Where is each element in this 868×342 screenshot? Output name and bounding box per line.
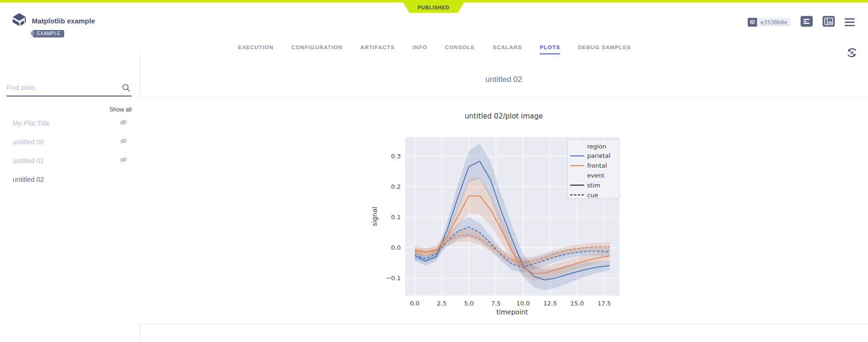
y-axis-label: signal xyxy=(371,207,378,226)
plot-card: untitled 02/plot image 0.02.55.07.510.01… xyxy=(140,97,868,324)
y-tick-label: 0.2 xyxy=(391,183,401,190)
x-tick-label: 12.5 xyxy=(543,300,557,307)
id-value: e3530b8e xyxy=(757,18,791,27)
id-badge: ID xyxy=(748,18,757,27)
experiment-title: Matplotlib example xyxy=(32,17,95,25)
legend-label-parietal: parietal xyxy=(587,152,611,159)
legend-label-frontal: frontal xyxy=(587,162,607,169)
x-axis-label: timepoint xyxy=(496,308,528,315)
tag-badge: EXAMPLE xyxy=(33,30,64,37)
y-tick-label: 0.3 xyxy=(391,153,401,160)
menu-icon[interactable] xyxy=(845,16,855,28)
plot-item-label: untitled 02 xyxy=(13,176,128,183)
legend-label-cue: cue xyxy=(587,192,598,199)
y-tick-label: 0.1 xyxy=(391,214,401,221)
plot-list-item[interactable]: untitled 02 xyxy=(0,170,139,189)
tab-execution[interactable]: EXECUTION xyxy=(238,45,273,54)
x-tick-label: 17.5 xyxy=(597,300,611,307)
x-tick-label: 0.0 xyxy=(410,300,419,307)
tab-scalars[interactable]: SCALARS xyxy=(493,45,522,54)
plot-item-label: My Plot Title xyxy=(13,119,119,127)
gear-icon xyxy=(29,30,36,39)
tab-configuration[interactable]: CONFIGURATION xyxy=(291,45,342,54)
status-ribbon: PUBLISHED xyxy=(403,2,464,13)
search-icon xyxy=(122,83,131,94)
clearml-plots-screen: PUBLISHED Matplotlib example EXAMPLE ID … xyxy=(0,0,868,342)
plots-sidebar: Show all My Plot Titleuntitled 00untitle… xyxy=(0,54,140,342)
experiment-id[interactable]: ID e3530b8e xyxy=(748,18,791,27)
tab-plots[interactable]: PLOTS xyxy=(540,45,560,54)
tab-bar: EXECUTIONCONFIGURATIONARTIFACTSINFOCONSO… xyxy=(140,45,729,54)
x-tick-label: 15.0 xyxy=(570,300,584,307)
eye-off-icon[interactable] xyxy=(119,137,128,147)
status-color-bar xyxy=(0,0,868,2)
experiment-type-icon xyxy=(11,13,27,30)
tab-console[interactable]: CONSOLE xyxy=(445,45,475,54)
legend-label-region: region xyxy=(587,143,606,150)
details-list-icon[interactable] xyxy=(801,16,813,29)
legend-label-event: event xyxy=(587,172,604,179)
plot-list-item[interactable]: untitled 00 xyxy=(0,133,139,151)
tab-info[interactable]: INFO xyxy=(412,45,427,54)
x-tick-label: 5.0 xyxy=(464,300,474,307)
y-tick-label: −0.1 xyxy=(386,275,401,282)
y-tick-label: 0.0 xyxy=(391,244,401,251)
plot-list: My Plot Titleuntitled 00untitled 01untit… xyxy=(0,114,139,189)
tab-debug-samples[interactable]: DEBUG SAMPLES xyxy=(578,45,631,54)
tab-artifacts[interactable]: ARTIFACTS xyxy=(360,45,395,54)
plot-list-item[interactable]: untitled 01 xyxy=(0,151,139,170)
search-input[interactable] xyxy=(7,82,132,97)
eye-off-icon[interactable] xyxy=(119,118,128,128)
plot-item-label: untitled 00 xyxy=(13,138,119,146)
plot-item-label: untitled 01 xyxy=(13,157,119,164)
status-ribbon-label: PUBLISHED xyxy=(418,5,449,10)
x-tick-label: 7.5 xyxy=(491,300,501,307)
side-panel-chart-icon[interactable] xyxy=(823,16,835,29)
plot-image: 0.02.55.07.510.012.515.017.5−0.10.00.10.… xyxy=(366,106,642,315)
x-tick-label: 10.0 xyxy=(516,300,530,307)
plot-list-item[interactable]: My Plot Title xyxy=(0,114,139,133)
eye-off-icon[interactable] xyxy=(119,156,128,166)
auto-refresh-icon[interactable] xyxy=(846,47,858,60)
show-all-link[interactable]: Show all xyxy=(110,106,132,113)
x-tick-label: 2.5 xyxy=(437,300,447,307)
plot-group-title: untitled 02 xyxy=(140,75,868,84)
plot-search xyxy=(7,82,132,97)
tag-badge-label: EXAMPLE xyxy=(37,31,60,36)
legend-label-stim: stim xyxy=(587,182,600,189)
